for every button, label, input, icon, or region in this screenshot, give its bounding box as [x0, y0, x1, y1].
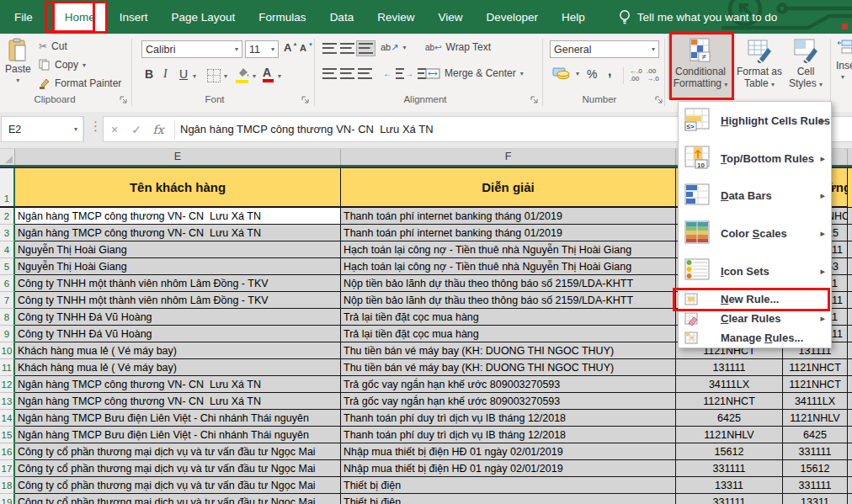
menu-item-new-rule[interactable]: New Rule... [679, 289, 831, 309]
tab-data[interactable]: Data [318, 0, 366, 34]
format-painter-button[interactable]: Format Painter [39, 77, 121, 89]
cell-I11[interactable] [848, 359, 852, 376]
cell-F14[interactable]: Thanh toán phí duy trì dịch vụ IB tháng … [341, 410, 676, 427]
cell-I2[interactable] [848, 208, 852, 225]
row-header-6[interactable]: 6 [0, 275, 15, 292]
row-header-4[interactable]: 4 [0, 241, 15, 258]
cell-F8[interactable]: Trả lại tiền đặt cọc mua hàng [341, 309, 676, 326]
cell-H11[interactable]: 1121NHCT [783, 359, 848, 376]
name-box[interactable]: E2 ▾ [1, 116, 84, 142]
cell-E13[interactable]: Ngân hàng TMCP công thương VN- CN Lưu Xá… [15, 393, 341, 410]
cell-F7[interactable]: Nộp tiền bảo lãnh dự thầu theo thông báo… [341, 292, 676, 309]
column-header-E[interactable]: E [15, 148, 341, 165]
row-header-10[interactable]: 10 [0, 342, 15, 359]
cell-G19[interactable]: 331111 [676, 494, 783, 504]
cell-I14[interactable] [848, 410, 852, 427]
row-header-16[interactable]: 16 [0, 443, 15, 460]
enter-icon[interactable]: ✓ [125, 123, 147, 136]
select-all-corner[interactable] [0, 148, 15, 165]
row-header-14[interactable]: 14 [0, 410, 15, 427]
accounting-format-button[interactable]: ▾ [551, 66, 579, 80]
middle-align-button[interactable] [340, 43, 354, 54]
cell-F13[interactable]: Trả gốc vay ngắn hạn khế ước 80900327059… [341, 393, 676, 410]
font-size-combo[interactable]: 11▾ [245, 40, 279, 58]
cell-F15[interactable]: Thanh toán phí duy trì dịch vụ IB tháng … [341, 427, 676, 443]
merge-center-button[interactable]: Merge & Center ▾ [425, 67, 524, 79]
column-header-I[interactable] [848, 148, 852, 165]
tab-file[interactable]: File [0, 0, 47, 34]
cell-E1[interactable]: Tên khách hàng [15, 168, 341, 208]
row-header-12[interactable]: 12 [0, 376, 15, 393]
cell-E7[interactable]: Công ty TNHH một thành viên nhôm Lâm Đồn… [15, 292, 341, 309]
number-dialog-launcher-icon[interactable] [655, 96, 663, 104]
insert-cells-button[interactable]: Inse ▾ [834, 34, 852, 99]
cell-styles-button[interactable]: Cell Styles ▾ [784, 34, 828, 99]
cell-F9[interactable]: Trả lại tiền đặt cọc mua hàng [341, 326, 676, 342]
cell-F4[interactable]: Hạch toán lại công nợ - Tiền thuê nhà Ng… [341, 241, 676, 258]
insert-function-icon[interactable]: fx [147, 123, 169, 136]
cell-E18[interactable]: Công ty cổ phần thương mại dịch vụ và tư… [15, 477, 341, 494]
cell-I1[interactable] [848, 168, 852, 208]
cell-E16[interactable]: Công ty cổ phần thương mại dịch vụ và tư… [15, 443, 341, 460]
cell-I7[interactable] [848, 292, 852, 309]
tab-help[interactable]: Help [550, 0, 597, 34]
cell-E17[interactable]: Công ty cổ phần thương mại dịch vụ và tư… [15, 460, 341, 477]
top-align-button[interactable] [322, 43, 337, 54]
name-box-dropdown-icon[interactable]: ▾ [69, 125, 83, 133]
borders-button[interactable] [207, 69, 221, 82]
row-header-7[interactable]: 7 [0, 292, 15, 309]
cell-I3[interactable] [848, 225, 852, 241]
orientation-button[interactable]: ab↗ ▾ [381, 42, 406, 53]
row-header-5[interactable]: 5 [0, 258, 15, 275]
tab-view[interactable]: View [426, 0, 474, 34]
formula-bar-resize-dots[interactable]: ⋮ [89, 119, 102, 134]
align-center-button[interactable] [340, 68, 354, 79]
cell-F12[interactable]: Trả gốc vay ngắn hạn khế ước 80900327059… [341, 376, 676, 393]
row-header-3[interactable]: 3 [0, 225, 15, 241]
tab-page-layout[interactable]: Page Layout [160, 0, 248, 34]
increase-font-size-button[interactable]: A▲ [284, 41, 301, 54]
cell-H13[interactable]: 34111LX [783, 393, 848, 410]
row-header-8[interactable]: 8 [0, 309, 15, 326]
comma-style-button[interactable]: , [608, 64, 611, 79]
cell-I8[interactable] [848, 309, 852, 326]
alignment-dialog-launcher-icon[interactable] [530, 96, 539, 104]
cell-I12[interactable] [848, 376, 852, 393]
cell-H17[interactable]: 15612 [783, 460, 848, 477]
cell-E4[interactable]: Nguyễn Thị Hoài Giang [15, 241, 341, 258]
underline-dropdown-icon[interactable]: ▾ [193, 72, 196, 80]
cell-I17[interactable] [848, 460, 852, 477]
cell-I4[interactable] [848, 241, 852, 258]
cell-G13[interactable]: 1121NHCT [676, 393, 783, 410]
menu-item-manage-rules[interactable]: Manage Rules... [679, 328, 831, 347]
cell-F10[interactable]: Thu tiền bán vé máy bay (KH: DUONG THI N… [341, 342, 676, 359]
decrease-indent-button[interactable]: ← [383, 68, 404, 79]
cell-I6[interactable] [848, 275, 852, 292]
paste-button[interactable]: Paste ▾ [5, 38, 31, 84]
bold-button[interactable]: B [145, 67, 153, 81]
copy-button[interactable]: Copy ▾ [39, 59, 86, 71]
cell-H14[interactable]: 1121NHLV [783, 410, 848, 427]
cell-E15[interactable]: Ngân hàng TMCP Bưu điện Liên Việt - Chi … [15, 427, 341, 443]
menu-item-top-bottom-rules[interactable]: 10 Top/Bottom Rules ▸ [679, 140, 831, 178]
cell-E9[interactable]: Công ty TNHH Đá Vũ Hoàng [15, 326, 341, 342]
cell-H16[interactable]: 331111 [783, 443, 848, 460]
tell-me-box[interactable]: Tell me what you want to do [610, 0, 786, 34]
font-color-button[interactable]: A [263, 66, 274, 82]
cell-F17[interactable]: Nhập mua thiết bị điện HĐ 01 ngày 02/01/… [341, 460, 676, 477]
row-header-17[interactable]: 17 [0, 460, 15, 477]
cell-F1[interactable]: Diễn giải [341, 168, 676, 208]
row-header-9[interactable]: 9 [0, 326, 15, 342]
menu-item-data-bars[interactable]: Data Bars ▸ [679, 177, 831, 215]
cell-F2[interactable]: Thanh toán phí internet banking tháng 01… [341, 208, 676, 225]
row-header-2[interactable]: 2 [0, 208, 15, 225]
cell-H12[interactable]: 1121NHCT [783, 376, 848, 393]
cell-E6[interactable]: Công ty TNHH một thành viên nhôm Lâm Đồn… [15, 275, 341, 292]
cell-G12[interactable]: 34111LX [676, 376, 783, 393]
menu-item-color-scales[interactable]: Color Scales ▸ [679, 215, 831, 252]
cell-I19[interactable] [848, 494, 852, 504]
cell-G16[interactable]: 15612 [676, 443, 783, 460]
borders-dropdown-icon[interactable]: ▾ [224, 72, 227, 80]
cell-F6[interactable]: Nộp tiền bảo lãnh dự thầu theo thông báo… [341, 275, 676, 292]
italic-button[interactable]: I [163, 67, 168, 81]
